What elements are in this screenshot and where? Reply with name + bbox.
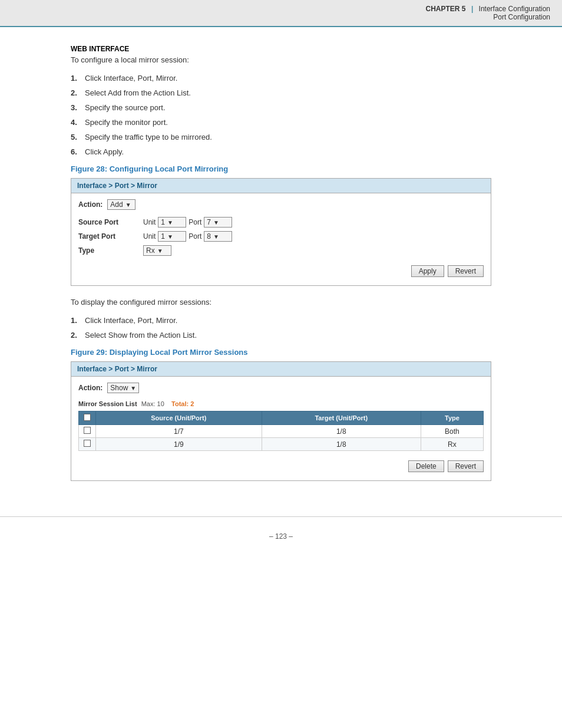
table-row: 1/9 1/8 Rx	[79, 438, 484, 451]
step-1: 1. Click Interface, Port, Mirror.	[71, 74, 491, 83]
figure28-body: Action: Add ▼ Source Port Unit 1 ▼ Port	[71, 193, 491, 285]
target-unit-select[interactable]: 1 ▼	[158, 231, 186, 242]
session-max: Max: 10	[141, 400, 164, 407]
step-3: 3. Specify the source port.	[71, 103, 491, 112]
figure29-button-row: Delete Revert	[78, 457, 484, 472]
row-check-0[interactable]	[84, 427, 91, 434]
figure29-nav: Interface > Port > Mirror	[71, 362, 491, 377]
source-unit-arrow: ▼	[167, 219, 173, 226]
mirror-table: Source (Unit/Port) Target (Unit/Port) Ty…	[78, 411, 484, 451]
row-source-0: 1/7	[96, 425, 262, 438]
source-port-arrow: ▼	[213, 219, 219, 226]
figure29-action-arrow: ▼	[130, 385, 136, 391]
header-separator: |	[471, 5, 473, 13]
target-unit-arrow: ▼	[167, 233, 173, 240]
table-row: 1/7 1/8 Both	[79, 425, 484, 438]
header-right: CHAPTER 5 | Interface Configuration Port…	[426, 5, 550, 21]
page-number: – 123 –	[269, 532, 293, 541]
configure-steps-list: 1. Click Interface, Port, Mirror. 2. Sel…	[71, 74, 491, 156]
step-4: 4. Specify the monitor port.	[71, 118, 491, 127]
col-type: Type	[421, 411, 483, 425]
source-port-text: Port	[189, 218, 201, 226]
step-2: 2. Select Add from the Action List.	[71, 88, 491, 97]
col-target: Target (Unit/Port)	[262, 411, 421, 425]
row-checkbox-1[interactable]	[79, 438, 96, 451]
figure29-title: Figure 29: Displaying Local Port Mirror …	[71, 348, 491, 357]
type-label: Type	[78, 246, 143, 255]
session-total: Total: 2	[171, 400, 194, 407]
session-list-info: Mirror Session List Max: 10 Total: 2	[78, 400, 484, 407]
delete-button[interactable]: Delete	[408, 460, 444, 472]
header-section2: Port Configuration	[493, 13, 550, 21]
figure28-action-row: Action: Add ▼	[78, 199, 484, 210]
figure29-action-row: Action: Show ▼	[78, 383, 484, 393]
display-step-1: 1. Click Interface, Port, Mirror.	[71, 316, 491, 325]
row-check-1[interactable]	[84, 440, 91, 447]
type-controls: Rx ▼	[143, 245, 484, 256]
action-select[interactable]: Add ▼	[107, 199, 135, 210]
figure29-action-label: Action:	[78, 384, 103, 392]
figure28-button-row: Apply Revert	[78, 262, 484, 277]
action-select-arrow: ▼	[125, 202, 131, 208]
session-list-label: Mirror Session List	[78, 400, 137, 407]
chapter-label: CHAPTER 5	[426, 5, 466, 13]
target-port-text: Port	[189, 232, 201, 241]
source-port-label: Source Port	[78, 218, 143, 226]
footer-divider	[0, 516, 562, 517]
type-select[interactable]: Rx ▼	[143, 245, 171, 256]
target-port-arrow: ▼	[213, 233, 219, 240]
select-all-checkbox[interactable]	[84, 414, 91, 421]
figure28-form: Source Port Unit 1 ▼ Port 7 ▼ Target Por…	[78, 217, 484, 256]
source-port-select[interactable]: 7 ▼	[204, 217, 232, 228]
col-checkbox	[79, 411, 96, 425]
target-port-controls: Unit 1 ▼ Port 8 ▼	[143, 231, 484, 242]
display-steps-list: 1. Click Interface, Port, Mirror. 2. Sel…	[71, 316, 491, 340]
revert-button[interactable]: Revert	[448, 265, 484, 277]
figure29-box: Interface > Port > Mirror Action: Show ▼…	[71, 361, 491, 481]
action-label: Action:	[78, 200, 103, 209]
figure29-body: Action: Show ▼ Mirror Session List Max: …	[71, 377, 491, 480]
target-unit-label: Unit	[143, 232, 156, 241]
figure29-revert-button[interactable]: Revert	[448, 460, 484, 472]
page-header: CHAPTER 5 | Interface Configuration Port…	[0, 0, 562, 27]
target-port-label: Target Port	[78, 232, 143, 241]
col-source: Source (Unit/Port)	[96, 411, 262, 425]
row-checkbox-0[interactable]	[79, 425, 96, 438]
display-step-2: 2. Select Show from the Action List.	[71, 331, 491, 340]
figure28-box: Interface > Port > Mirror Action: Add ▼ …	[71, 178, 491, 286]
configure-intro: To configure a local mirror session:	[71, 55, 491, 64]
apply-button[interactable]: Apply	[411, 265, 444, 277]
source-port-controls: Unit 1 ▼ Port 7 ▼	[143, 217, 484, 228]
type-arrow: ▼	[157, 248, 163, 254]
header-section1: Interface Configuration	[479, 5, 550, 13]
step-5: 5. Specify the traffic type to be mirror…	[71, 133, 491, 141]
page-footer: – 123 –	[0, 521, 562, 546]
row-target-1: 1/8	[262, 438, 421, 451]
page-content: WEB INTERFACE To configure a local mirro…	[0, 27, 562, 516]
display-intro: To display the configured mirror session…	[71, 298, 491, 307]
row-type-1: Rx	[421, 438, 483, 451]
source-unit-label: Unit	[143, 218, 156, 226]
row-target-0: 1/8	[262, 425, 421, 438]
source-unit-select[interactable]: 1 ▼	[158, 217, 186, 228]
figure29-action-select[interactable]: Show ▼	[107, 383, 139, 393]
section-heading: WEB INTERFACE	[71, 45, 491, 53]
row-type-0: Both	[421, 425, 483, 438]
step-6: 6. Click Apply.	[71, 147, 491, 156]
row-source-1: 1/9	[96, 438, 262, 451]
figure28-nav: Interface > Port > Mirror	[71, 179, 491, 193]
target-port-select[interactable]: 8 ▼	[204, 231, 232, 242]
figure28-title: Figure 28: Configuring Local Port Mirror…	[71, 164, 491, 173]
